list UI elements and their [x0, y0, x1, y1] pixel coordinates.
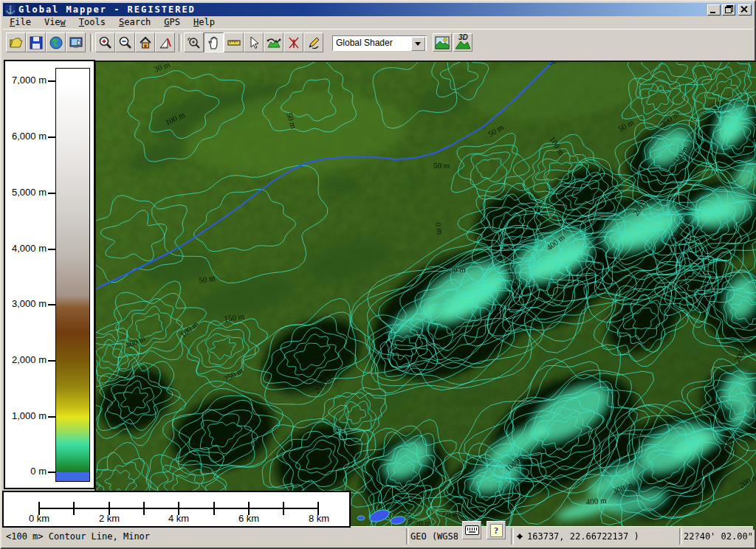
legend-tick-label: 4,000 m [8, 243, 47, 255]
status-feature-info: <100 m> Contour Line, Minor [6, 531, 150, 542]
toolbar: Global Shader 3D [3, 29, 753, 57]
ruler-icon [227, 35, 241, 50]
app-icon: ⚓ [5, 4, 16, 15]
status-bar: <100 m> Contour Line, Minor GEO (WGS8< ?… [3, 526, 753, 546]
globe-icon [49, 35, 63, 50]
spinner-down-icon[interactable] [517, 536, 523, 542]
menu-bar: File View Tools Search GPS Help [3, 16, 753, 28]
path-profile-button[interactable] [264, 32, 284, 52]
full-view-button[interactable] [135, 32, 155, 52]
view-3d-label: 3D [458, 33, 468, 41]
zoom-in-button[interactable] [95, 32, 115, 52]
terrain-profile-icon [267, 35, 281, 50]
minimize-button[interactable] [707, 4, 721, 15]
menu-search[interactable]: Search [112, 16, 157, 28]
toolbar-separator [90, 34, 93, 52]
legend-tick-label: 3,000 m [8, 298, 47, 310]
scale-ruler-icon [158, 35, 173, 50]
view-3d-button[interactable]: 3D [453, 33, 472, 52]
save-floppy-icon [29, 35, 44, 50]
restore-button[interactable] [722, 4, 735, 15]
legend-tick-label: 7,000 m [8, 75, 47, 86]
download-online-data-button[interactable] [46, 32, 66, 52]
show-images-button[interactable] [433, 33, 452, 52]
view-shed-button[interactable] [284, 32, 303, 52]
contour-label: 100 m [595, 257, 605, 278]
global-mapper-window: { "window": { "title": "Global Mapper - … [0, 0, 756, 549]
digitizer-tool-button[interactable] [303, 32, 323, 52]
shader-dropdown[interactable]: Global Shader [332, 35, 427, 51]
keyboard-button[interactable] [462, 521, 481, 539]
scale-label: 0 km [17, 513, 61, 524]
pick-tool-button[interactable] [244, 32, 264, 52]
screen-capture-button[interactable] [66, 32, 86, 52]
zoom-out-button[interactable] [115, 32, 135, 52]
scale-tick [73, 502, 75, 515]
status-coords-decimal: 163737, 22.66722137 ) [527, 531, 639, 542]
water-body [357, 516, 365, 520]
legend-tick-label: 5,000 m [8, 187, 47, 198]
monitor-icon [69, 35, 83, 50]
elevation-gradient-bar [55, 68, 90, 482]
close-button[interactable] [738, 4, 752, 15]
zoom-tool-icon [187, 35, 202, 50]
legend-tick-label: 1,000 m [8, 410, 47, 422]
zoom-in-icon [98, 35, 113, 50]
app-window: ⚓ Global Mapper - REGISTERED File View T… [0, 0, 756, 549]
contour-label: 400 [749, 134, 756, 143]
scale-tick [213, 502, 215, 515]
pencil-icon [306, 35, 321, 50]
minimize-icon [710, 12, 715, 13]
scale-label: 6 km [227, 513, 271, 524]
open-folder-icon [9, 35, 24, 50]
cursor-arrow-icon [247, 35, 261, 50]
zoom-tool-button[interactable] [184, 32, 204, 52]
open-file-button[interactable] [6, 32, 26, 52]
coordinate-spinner[interactable] [515, 528, 524, 545]
contour-label: 500 m [445, 265, 466, 274]
scale-label: 8 km [297, 513, 341, 524]
save-button[interactable] [26, 32, 46, 52]
help-icon: ? [490, 524, 503, 537]
close-icon [740, 6, 748, 13]
map-view[interactable]: 30 m100 m50 m50 m50 m50 m100 m50 m300 m4… [94, 61, 756, 530]
window-title: Global Mapper - REGISTERED [18, 4, 196, 15]
picture-icon [435, 36, 450, 49]
contour-label: 50 m [433, 161, 450, 170]
measure-tool-button[interactable] [224, 32, 244, 52]
title-bar[interactable]: ⚓ Global Mapper - REGISTERED [3, 3, 753, 16]
legend-tick-label: 6,000 m [8, 131, 47, 142]
legend-tick-label: 0 m [8, 466, 47, 477]
shader-dropdown-value: Global Shader [336, 38, 393, 48]
scale-tick [283, 502, 284, 515]
home-icon [138, 35, 153, 50]
menu-help[interactable]: Help [187, 16, 221, 28]
status-projection: GEO (WGS8< [410, 531, 458, 542]
keyboard-icon [465, 525, 479, 535]
scale-bar: 0 km 2 km 4 km 6 km 8 km [2, 491, 351, 528]
legend-tick-label: 2,000 m [8, 354, 47, 366]
map-canvas[interactable]: 30 m100 m50 m50 m50 m50 m100 m50 m300 m4… [96, 62, 756, 530]
scale-label: 4 km [157, 513, 201, 524]
status-coords-dms: 22?40' 02.00" N, 114?22' 17.89" E [684, 531, 756, 542]
menu-gps[interactable]: GPS [157, 16, 187, 28]
zoom-out-icon [118, 35, 133, 50]
pan-tool-button[interactable] [204, 32, 224, 52]
help-button[interactable]: ? [487, 521, 506, 539]
scale-tick [143, 502, 145, 515]
elevation-legend: 7,000 m 6,000 m 5,000 m 4,000 m 3,000 m … [4, 60, 95, 489]
menu-view[interactable]: View [38, 16, 72, 28]
hand-icon [207, 35, 221, 50]
menu-tools[interactable]: Tools [72, 16, 112, 28]
antenna-icon [286, 35, 301, 50]
scale-label: 2 km [87, 513, 131, 524]
contour-label: 400 m [585, 496, 607, 506]
zoom-to-scale-button[interactable] [155, 32, 175, 52]
menu-file[interactable]: File [3, 16, 38, 28]
chevron-down-icon[interactable] [411, 37, 425, 51]
content-area: 30 m100 m50 m50 m50 m50 m100 m50 m300 m4… [3, 56, 753, 527]
toolbar-separator [179, 34, 182, 52]
